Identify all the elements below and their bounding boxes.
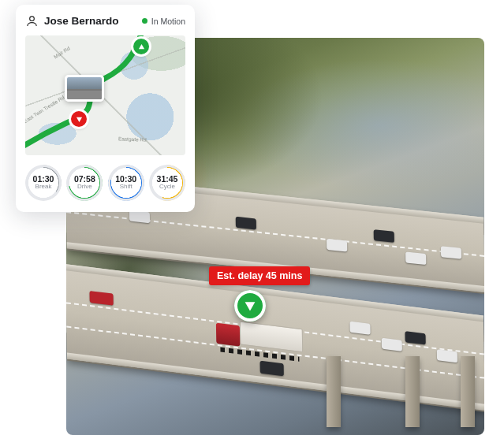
gauge-drive[interactable]: 07:58Drive (66, 165, 103, 201)
caret-down-icon (244, 299, 256, 312)
status: In Motion (142, 17, 185, 26)
truck (216, 318, 304, 361)
driver[interactable]: Jose Bernardo (25, 14, 119, 28)
gauge-shift[interactable]: 10:30Shift (108, 165, 144, 201)
caret-up-icon (138, 43, 145, 50)
gauge-cycle[interactable]: 31:45Cycle (149, 165, 185, 201)
card-header: Jose Bernardo In Motion (25, 14, 185, 28)
driver-name: Jose Bernardo (44, 15, 119, 27)
svg-point-0 (30, 17, 35, 21)
status-dot-icon (142, 18, 147, 24)
gauge-label: Break (35, 184, 52, 191)
gauge-label: Drive (77, 184, 92, 191)
user-icon (25, 14, 39, 28)
hos-gauges: 01:30Break07:58Drive10:30Shift31:45Cycle (25, 165, 185, 201)
driver-card: Jose Bernardo In Motion Muir Rd East Twi… (16, 5, 195, 212)
delay-label: Est. delay 45 mins (217, 270, 302, 281)
status-label: In Motion (151, 17, 185, 26)
mini-map[interactable]: Muir Rd East Twin Trestle Rd Eastgate Rd (25, 35, 185, 155)
gauge-label: Cycle (159, 184, 175, 191)
lower-bridge (66, 264, 484, 411)
delay-badge: Est. delay 45 mins (209, 266, 310, 285)
dashcam-thumbnail[interactable] (65, 75, 104, 102)
road-label: Eastgate Rd (118, 136, 147, 142)
gauge-label: Shift (120, 184, 133, 191)
gauge-break[interactable]: 01:30Break (25, 165, 62, 201)
route-line (25, 35, 185, 155)
truck-location-pin[interactable] (234, 290, 266, 322)
caret-down-icon (76, 116, 83, 123)
destination-pin[interactable] (133, 39, 149, 54)
current-location-pin[interactable] (71, 111, 87, 127)
